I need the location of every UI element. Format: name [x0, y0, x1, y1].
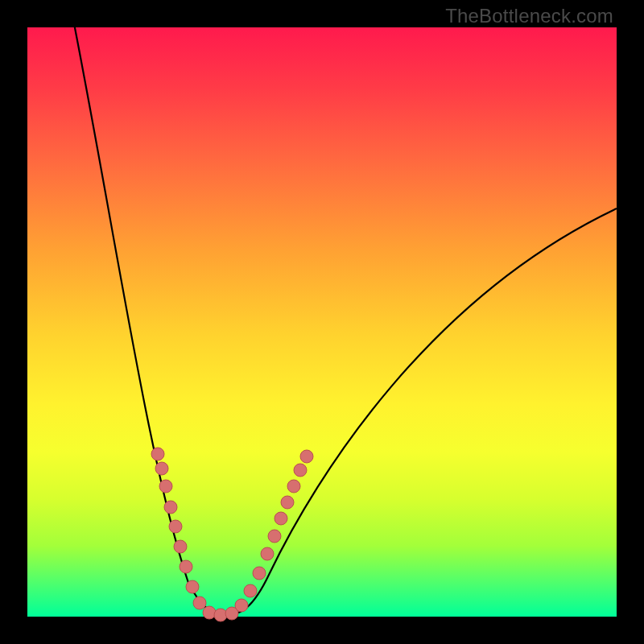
- data-dot: [235, 599, 248, 612]
- data-dot: [159, 480, 172, 493]
- data-dot: [174, 540, 187, 553]
- data-dot: [214, 609, 227, 621]
- data-dot: [155, 462, 168, 475]
- bottleneck-curve-path: [72, 11, 617, 615]
- data-dot: [294, 464, 307, 477]
- data-dot: [193, 597, 206, 609]
- bottleneck-curve-svg: [27, 27, 617, 617]
- data-dot: [169, 520, 182, 533]
- data-dot: [268, 530, 281, 543]
- chart-plot-area: [27, 27, 617, 617]
- data-dot: [180, 560, 192, 573]
- data-dot: [287, 480, 300, 493]
- data-dot: [244, 584, 257, 597]
- data-dot: [253, 567, 266, 580]
- data-dot: [151, 448, 164, 460]
- data-dot: [261, 547, 274, 560]
- data-dot: [275, 512, 287, 525]
- data-dot: [300, 450, 313, 463]
- data-dot: [281, 496, 294, 509]
- data-dot: [164, 501, 177, 514]
- watermark-text: TheBottleneck.com: [445, 5, 613, 27]
- data-dot: [203, 606, 216, 619]
- data-dot: [186, 580, 199, 593]
